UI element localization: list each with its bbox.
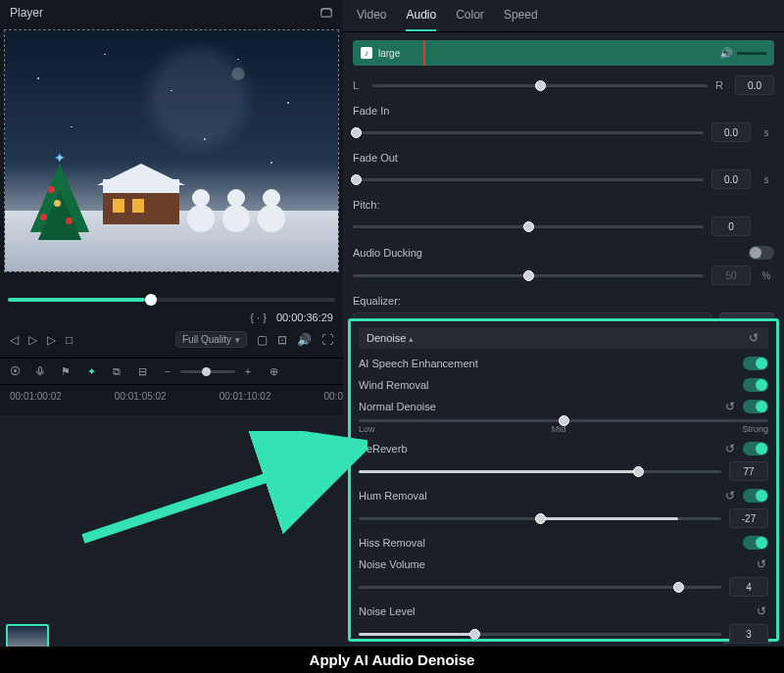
fade-out-slider[interactable]	[353, 178, 704, 181]
tab-color[interactable]: Color	[456, 8, 484, 22]
quality-selector[interactable]: Full Quality ▾	[175, 331, 247, 348]
fade-in-slider[interactable]	[353, 131, 704, 134]
hum-removal-value[interactable]: -27	[729, 508, 768, 528]
denoise-panel: Denoise ▴ ↺ AI Speech Enhancement Wind R…	[348, 318, 779, 642]
noise-volume-value[interactable]: 4	[729, 577, 768, 597]
reset-icon[interactable]: ↺	[747, 331, 760, 345]
pitch-value[interactable]: 0	[711, 216, 751, 236]
fade-in-value[interactable]: 0.0	[711, 122, 751, 142]
crop-icon[interactable]: ▢	[257, 333, 268, 347]
ai-speech-toggle[interactable]	[743, 357, 768, 370]
snapshot-icon[interactable]	[319, 6, 333, 20]
balance-slider[interactable]	[372, 84, 708, 87]
reset-icon[interactable]: ↺	[723, 489, 737, 503]
seconds-unit: s	[759, 127, 774, 138]
stop-icon[interactable]: □	[66, 333, 73, 347]
speaker-icon: 🔊	[719, 47, 733, 60]
fade-out-label: Fade Out	[353, 152, 774, 164]
hum-removal-toggle[interactable]	[743, 489, 768, 503]
inspector-tabs: Video Audio Color Speed	[343, 0, 784, 32]
noise-volume-label: Noise Volume	[359, 558, 425, 570]
dereverb-toggle[interactable]	[743, 442, 768, 456]
hum-removal-label: Hum Removal	[359, 490, 427, 502]
zoom-out-icon[interactable]: −	[161, 364, 174, 378]
ducking-slider[interactable]	[353, 274, 704, 277]
audio-clip-name: large	[378, 48, 400, 59]
ai-icon[interactable]: ✦	[84, 364, 98, 378]
volume-icon[interactable]: 🔊	[297, 333, 312, 347]
chevron-down-icon: ▾	[235, 335, 240, 345]
normal-denoise-label: Normal Denoise	[359, 401, 436, 412]
timeline-toolbar: ⦿ ⚑ ✦ ⧉ ⊟ − + ⊕	[0, 359, 343, 385]
playhead-track-icon[interactable]: ⦿	[8, 364, 22, 378]
balance-left-label: L	[353, 79, 365, 91]
zoom-slider[interactable]	[180, 370, 235, 373]
svg-rect-1	[39, 367, 42, 373]
ducking-label: Audio Ducking	[353, 247, 422, 259]
marker-icon[interactable]: ⚑	[59, 364, 73, 378]
ducking-toggle[interactable]	[749, 246, 774, 260]
normal-denoise-slider[interactable]	[359, 419, 768, 422]
timecode: 00:00:36:29	[276, 312, 333, 323]
normal-denoise-toggle[interactable]	[743, 400, 768, 413]
pitch-slider[interactable]	[353, 225, 704, 228]
ruler-mark: 00:01:00:02	[10, 391, 62, 402]
hiss-removal-label: Hiss Removal	[359, 537, 425, 549]
denoise-section-title[interactable]: Denoise	[367, 332, 406, 344]
link-icon[interactable]: ⧉	[110, 364, 123, 378]
noise-level-slider[interactable]	[359, 633, 721, 636]
percent-unit: %	[759, 270, 774, 281]
marker-brace: { · }	[250, 312, 267, 323]
player-title: Player	[10, 6, 43, 20]
tab-audio[interactable]: Audio	[406, 8, 436, 31]
ruler-mark: 00:01:05:02	[115, 391, 167, 402]
wind-removal-toggle[interactable]	[743, 378, 768, 392]
tri-low: Low	[359, 424, 375, 434]
play-icon[interactable]: ▷	[28, 333, 37, 347]
reset-icon[interactable]: ↺	[723, 442, 737, 456]
fullscreen-icon[interactable]: ⛶	[321, 333, 333, 347]
timeline-tracks[interactable]	[0, 416, 343, 661]
next-frame-icon[interactable]: ▷	[47, 333, 56, 347]
reset-icon[interactable]: ↺	[723, 400, 737, 413]
equalizer-label: Equalizer:	[353, 295, 774, 307]
mic-icon[interactable]	[33, 364, 47, 378]
dereverb-slider[interactable]	[359, 470, 721, 473]
fit-icon[interactable]: ⊕	[267, 364, 280, 378]
balance-value[interactable]: 0.0	[735, 75, 774, 95]
reset-icon[interactable]: ↺	[755, 604, 768, 618]
prev-frame-icon[interactable]: ◁	[10, 333, 19, 347]
quality-label: Full Quality	[182, 334, 231, 345]
hum-removal-slider[interactable]	[359, 517, 721, 520]
ai-speech-label: AI Speech Enhancement	[359, 358, 478, 369]
ruler-mark: 00:01:10:02	[220, 391, 271, 402]
video-preview[interactable]: ✦	[4, 29, 339, 272]
caption: Apply AI Audio Denoise	[0, 647, 784, 673]
clip-volume-slider[interactable]	[737, 52, 766, 55]
balance-right-label: R	[715, 79, 727, 91]
snap-icon[interactable]: ⊟	[135, 364, 149, 378]
seconds-unit: s	[759, 174, 774, 185]
wind-removal-label: Wind Removal	[359, 379, 429, 391]
reset-icon[interactable]: ↺	[755, 557, 768, 571]
music-note-icon: ♪	[361, 47, 372, 59]
audio-clip-bar[interactable]: ♪ large 🔊	[353, 40, 774, 66]
timeline-ruler[interactable]: 00:01:00:02 00:01:05:02 00:01:10:02 00:0…	[0, 385, 343, 416]
chevron-up-icon: ▴	[409, 334, 414, 344]
noise-level-value[interactable]: 3	[729, 624, 768, 644]
fade-in-label: Fade In	[353, 105, 774, 117]
dereverb-value[interactable]: 77	[729, 461, 768, 481]
tab-video[interactable]: Video	[357, 8, 386, 22]
fade-out-value[interactable]: 0.0	[711, 169, 751, 189]
noise-level-label: Noise Level	[359, 605, 415, 617]
ducking-value: 50	[711, 265, 751, 285]
playhead-slider[interactable]	[8, 298, 335, 302]
hiss-removal-toggle[interactable]	[743, 536, 768, 550]
tab-speed[interactable]: Speed	[504, 8, 538, 22]
zoom-in-icon[interactable]: +	[241, 364, 255, 378]
pitch-label: Pitch:	[353, 199, 774, 211]
dereverb-label: DeReverb	[359, 443, 408, 455]
tri-strong: Strong	[742, 424, 768, 434]
capture-icon[interactable]: ⊡	[277, 333, 287, 347]
noise-volume-slider[interactable]	[359, 586, 721, 589]
